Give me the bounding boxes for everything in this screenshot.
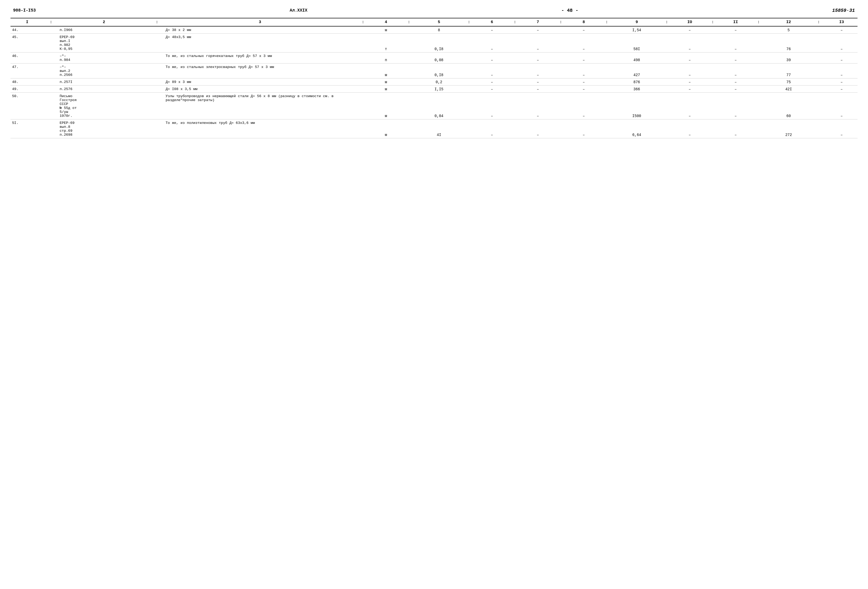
row-c11: –: [720, 78, 751, 86]
row-c9: 6,64: [614, 120, 660, 138]
row-desc: Д= I08 х 3,5 мм: [164, 86, 356, 93]
row-num: 46.: [10, 53, 44, 63]
doc-number-left: 908-I-I53: [13, 8, 36, 13]
row-c4: т: [370, 34, 402, 53]
row-c9: 427: [614, 63, 660, 78]
row-c12: 77: [766, 63, 812, 78]
sep: [402, 34, 416, 53]
sep: [599, 63, 614, 78]
col-header-4: 4: [370, 18, 402, 26]
sep: [706, 26, 720, 34]
row-c12: 5: [766, 26, 812, 34]
sep: [812, 93, 826, 120]
row-desc: То же, из полиэтиленовых труб Д= 63х3,6 …: [164, 120, 356, 138]
sep: [462, 34, 476, 53]
col-sep-6: :: [508, 18, 522, 26]
row-c4: м: [370, 26, 402, 34]
row-c8: –: [568, 93, 600, 120]
table-row: 48. п.257I Д= 89 х 3 мм м 0,2 – – – 876 …: [10, 78, 858, 86]
row-c6: –: [476, 120, 508, 138]
row-c13: –: [826, 120, 858, 138]
col-sep-10: :: [706, 18, 720, 26]
sep: [356, 63, 370, 78]
row-c13: –: [826, 78, 858, 86]
col-sep-3: :: [356, 18, 370, 26]
sep: [150, 34, 164, 53]
row-c8: –: [568, 26, 600, 34]
sep: [44, 63, 58, 78]
sep: [150, 78, 164, 86]
sep: [508, 34, 522, 53]
row-c6: –: [476, 34, 508, 53]
row-c13: –: [826, 86, 858, 93]
row-c7: –: [522, 34, 554, 53]
sep: [554, 26, 568, 34]
sep: [462, 86, 476, 93]
col-header-8: 8: [568, 18, 600, 26]
col-header-13: I3: [826, 18, 858, 26]
row-c5: 4I: [416, 120, 462, 138]
sep: [508, 93, 522, 120]
row-num: 48.: [10, 78, 44, 86]
row-c5: 0,I8: [416, 34, 462, 53]
row-c6: –: [476, 86, 508, 93]
col-header-6: 6: [476, 18, 508, 26]
table-row: 44. п.I966 Д= 38 х 2 мм м 8 – – – I,54 –…: [10, 26, 858, 34]
sep: [508, 53, 522, 63]
sep: [660, 34, 674, 53]
row-ref: ПисьмоГосстрояСССР№ 55д от5/уш1970г.: [58, 93, 150, 120]
sep: [462, 78, 476, 86]
row-desc: То же, из стальных электросварных труб Д…: [164, 63, 356, 78]
row-ref: –"–п.984: [58, 53, 150, 63]
row-c12: 272: [766, 120, 812, 138]
row-c9: 366: [614, 86, 660, 93]
sep: [462, 93, 476, 120]
table-row: 5I. ЕРЕР-69вып.8стр.69п.2698 То же, из п…: [10, 120, 858, 138]
sep: [150, 63, 164, 78]
table-row: 45. ЕРЕР-69вып.Iп.982К-0,95 Д= 48х3,5 мм…: [10, 34, 858, 53]
row-c8: –: [568, 78, 600, 86]
row-c4: м: [370, 63, 402, 78]
row-c10: –: [674, 26, 706, 34]
row-num: 50.: [10, 93, 44, 120]
table-row: 49. п.2576 Д= I08 х 3,5 мм м I,I5 – – – …: [10, 86, 858, 93]
row-c10: –: [674, 34, 706, 53]
row-c13: –: [826, 53, 858, 63]
row-c11: –: [720, 26, 751, 34]
sep: [660, 120, 674, 138]
sep: [660, 93, 674, 120]
row-ref: п.257I: [58, 78, 150, 86]
sep: [660, 53, 674, 63]
row-c10: –: [674, 93, 706, 120]
sep: [150, 93, 164, 120]
row-c4: м: [370, 86, 402, 93]
sep: [599, 53, 614, 63]
sep: [150, 86, 164, 93]
row-c13: –: [826, 93, 858, 120]
sep: [508, 86, 522, 93]
sep: [44, 34, 58, 53]
row-desc: Узлы трубопроводов из нержавеющей стали …: [164, 93, 356, 120]
row-c6: –: [476, 63, 508, 78]
row-c9: 498: [614, 53, 660, 63]
col-header-10: IO: [674, 18, 706, 26]
row-c4: м: [370, 120, 402, 138]
row-ref: –"–вып.2п.2566: [58, 63, 150, 78]
row-c11: –: [720, 53, 751, 63]
sep: [599, 86, 614, 93]
sep: [356, 34, 370, 53]
sep: [706, 34, 720, 53]
sep: [812, 63, 826, 78]
col-header-12: I2: [766, 18, 812, 26]
row-c12: 39: [766, 53, 812, 63]
col-sep-11: :: [751, 18, 766, 26]
row-c12: 76: [766, 34, 812, 53]
row-c6: –: [476, 53, 508, 63]
sep: [402, 86, 416, 93]
doc-number-right: 15859·31: [832, 8, 855, 13]
sep: [402, 78, 416, 86]
sep: [706, 63, 720, 78]
main-table: I : 2 : 3 : 4 : 5 : 6 : 7 : 8 : 9 : IO :…: [10, 18, 858, 138]
row-c13: –: [826, 26, 858, 34]
row-num: 47.: [10, 63, 44, 78]
